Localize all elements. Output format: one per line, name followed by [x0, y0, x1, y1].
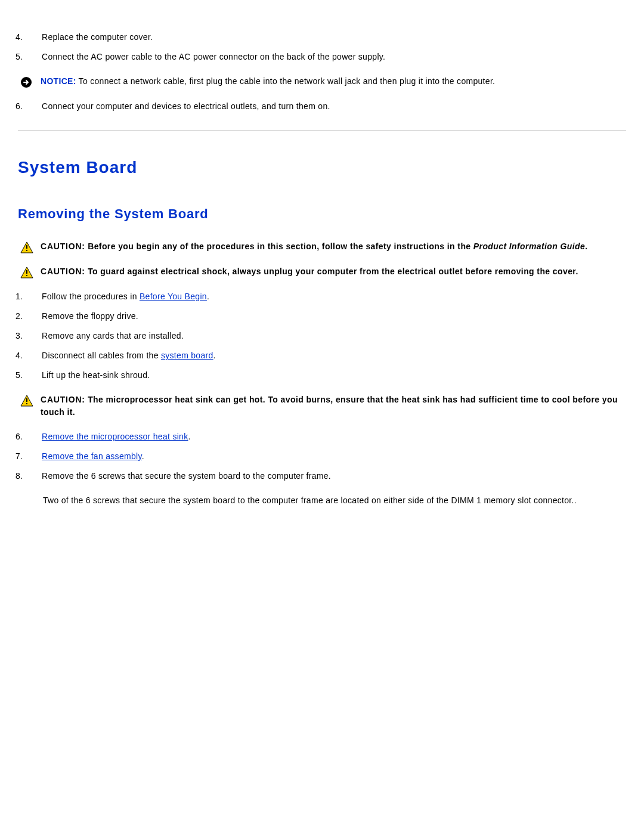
- caution-callout: CAUTION: The microprocessor heat sink ca…: [18, 394, 626, 419]
- mid-step-list: 1.Follow the procedures in Before You Be…: [18, 290, 626, 382]
- svg-rect-9: [26, 403, 27, 404]
- svg-rect-3: [26, 250, 27, 251]
- list-item: 3.Remove any cards that are installed.: [30, 330, 626, 342]
- section-divider: [18, 131, 626, 131]
- caution-text: CAUTION: The microprocessor heat sink ca…: [41, 394, 626, 419]
- subsection-heading: Removing the System Board: [18, 204, 626, 224]
- list-item: 5.Connect the AC power cable to the AC p…: [30, 51, 626, 63]
- caution-icon: [20, 265, 41, 278]
- list-item: 5.Lift up the heat-sink shroud.: [30, 369, 626, 382]
- system-board-link[interactable]: system board: [161, 351, 213, 360]
- list-item: 4.Replace the computer cover.: [30, 31, 626, 44]
- caution-icon: [20, 240, 41, 253]
- notice-text: NOTICE: To connect a network cable, firs…: [41, 75, 626, 88]
- top-step-list-1: 4.Replace the computer cover. 5.Connect …: [18, 31, 626, 63]
- remove-fan-assembly-link[interactable]: Remove the fan assembly: [42, 451, 142, 461]
- svg-rect-2: [26, 245, 27, 249]
- list-item: 6.Connect your computer and devices to e…: [30, 100, 626, 113]
- notice-icon: [20, 75, 41, 88]
- dimm-note: Two of the 6 screws that secure the syst…: [43, 494, 615, 507]
- list-item: 2.Remove the floppy drive.: [30, 310, 626, 323]
- list-item: 6.Remove the microprocessor heat sink.: [30, 431, 626, 443]
- top-step-list-2: 6.Connect your computer and devices to e…: [18, 100, 626, 113]
- section-heading: System Board: [18, 155, 626, 180]
- caution-text: CAUTION: To guard against electrical sho…: [41, 265, 626, 278]
- caution-callout: CAUTION: To guard against electrical sho…: [18, 265, 626, 278]
- list-item: 8.Remove the 6 screws that secure the sy…: [30, 470, 626, 482]
- svg-rect-5: [26, 270, 27, 274]
- caution-text: CAUTION: Before you begin any of the pro…: [41, 240, 626, 253]
- end-step-list: 6.Remove the microprocessor heat sink. 7…: [18, 431, 626, 482]
- list-item: 1.Follow the procedures in Before You Be…: [30, 290, 626, 303]
- list-item: 4.Disconnect all cables from the system …: [30, 349, 626, 362]
- document-body: 4.Replace the computer cover. 5.Connect …: [18, 31, 626, 507]
- caution-callout: CAUTION: Before you begin any of the pro…: [18, 240, 626, 253]
- caution-icon: [20, 394, 41, 407]
- svg-rect-8: [26, 398, 27, 402]
- remove-heat-sink-link[interactable]: Remove the microprocessor heat sink: [42, 432, 188, 441]
- svg-rect-6: [26, 275, 27, 276]
- notice-callout: NOTICE: To connect a network cable, firs…: [18, 75, 626, 88]
- before-you-begin-link[interactable]: Before You Begin: [140, 292, 207, 301]
- list-item: 7.Remove the fan assembly.: [30, 450, 626, 463]
